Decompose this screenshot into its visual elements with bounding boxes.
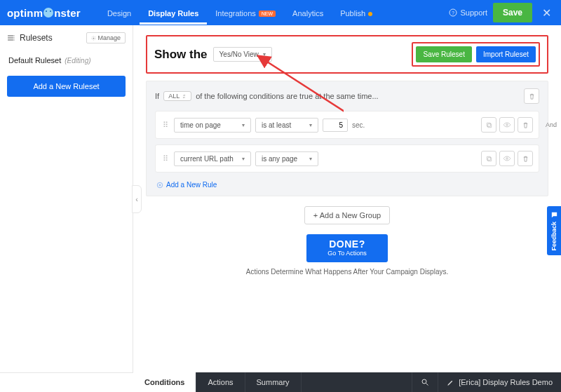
bottom-search-button[interactable] (412, 372, 438, 392)
new-badge: NEW (259, 11, 276, 17)
feedback-tab[interactable]: Feedback (547, 206, 561, 255)
rule1-preview-button[interactable] (499, 117, 515, 133)
rule1-value-input[interactable] (323, 119, 348, 132)
tab-integrations[interactable]: IntegrationsNEW (207, 2, 284, 24)
trash-icon (522, 121, 529, 129)
svg-line-13 (426, 384, 428, 386)
rule2-field-select[interactable]: current URL path▾ (174, 151, 251, 166)
save-ruleset-button[interactable]: Save Ruleset (416, 46, 471, 62)
add-rule-link[interactable]: Add a New Rule (155, 178, 217, 193)
manage-button[interactable]: Manage (86, 32, 126, 43)
publish-status-dot-icon (368, 12, 372, 16)
rule1-delete-button[interactable] (518, 117, 533, 133)
tab-display-rules[interactable]: Display Rules (140, 2, 207, 24)
sidebar-title: Rulesets (7, 33, 53, 43)
actions-help-text: Actions Determine What Happens After You… (146, 268, 548, 276)
rule-header: Show the Yes/No View▾ Save Ruleset Impor… (146, 35, 548, 74)
rule1-operator-select[interactable]: is at least▾ (255, 118, 318, 133)
rule1-copy-button[interactable] (481, 117, 496, 133)
editing-label: (Editing) (65, 57, 90, 65)
done-button[interactable]: DONE? Go To Actions (306, 234, 387, 262)
sidebar-collapse-handle[interactable]: ‹ (132, 185, 142, 213)
save-button[interactable]: Save (493, 3, 532, 22)
bottom-bar: Conditions Actions Summary [Erica] Displ… (0, 372, 561, 392)
plus-circle-icon (156, 182, 163, 189)
svg-point-12 (422, 379, 426, 384)
rule2-copy-button[interactable] (481, 151, 496, 166)
group-sentence: of the following conditions are true at … (196, 92, 378, 100)
svg-rect-6 (487, 157, 491, 161)
view-select[interactable]: Yes/No View▾ (213, 47, 272, 62)
and-label: And (546, 121, 557, 128)
rulesets-icon (7, 34, 15, 42)
rule-row-2: ⠿ current URL path▾ is any page▾ (155, 144, 539, 173)
rule2-operator-select[interactable]: is any page▾ (255, 151, 318, 166)
svg-rect-4 (487, 123, 490, 126)
pencil-icon (447, 379, 454, 386)
support-link[interactable]: ? Support (449, 8, 487, 17)
search-icon (421, 378, 429, 386)
top-nav: optinmnster Design Display Rules Integra… (0, 0, 561, 25)
close-button[interactable]: ✕ (538, 6, 555, 20)
if-label: If (155, 92, 159, 100)
condition-group: If ALL of the following conditions are t… (146, 81, 548, 196)
bottom-tab-conditions[interactable]: Conditions (133, 372, 196, 392)
trash-icon (522, 155, 529, 163)
eye-icon (503, 121, 511, 129)
sidebar: Rulesets Manage Default Ruleset (Editing… (0, 25, 133, 372)
show-the-heading: Show the (154, 48, 208, 62)
drag-handle-icon[interactable]: ⠿ (161, 154, 170, 163)
svg-point-5 (506, 124, 508, 126)
svg-point-8 (506, 158, 508, 160)
logo: optinmnster (6, 7, 81, 19)
copy-icon (485, 155, 493, 163)
gear-icon (91, 36, 96, 41)
bottom-campaign-name[interactable]: [Erica] Display Rules Demo (438, 372, 561, 392)
swap-icon (182, 94, 187, 99)
tab-analytics[interactable]: Analytics (284, 2, 332, 24)
nav-tabs: Design Display Rules IntegrationsNEW Ana… (99, 2, 381, 24)
rule-row-1: ⠿ time on page▾ is at least▾ sec. And (155, 111, 539, 139)
main-panel: Show the Yes/No View▾ Save Ruleset Impor… (133, 25, 561, 372)
delete-group-button[interactable] (524, 88, 539, 104)
ruleset-action-buttons: Save Ruleset Import Ruleset (412, 42, 540, 67)
bottom-tab-actions[interactable]: Actions (196, 372, 245, 392)
help-icon: ? (449, 8, 457, 17)
rule2-delete-button[interactable] (518, 151, 533, 166)
svg-rect-3 (487, 123, 491, 127)
svg-rect-7 (487, 156, 490, 160)
bottom-tab-summary[interactable]: Summary (245, 372, 302, 392)
sidebar-item-default[interactable]: Default Ruleset (Editing) (7, 53, 126, 76)
rule2-preview-button[interactable] (499, 151, 515, 166)
seconds-label: sec. (352, 121, 365, 129)
trash-icon (528, 93, 536, 100)
import-ruleset-button[interactable]: Import Ruleset (476, 46, 536, 62)
all-any-toggle[interactable]: ALL (163, 91, 191, 101)
chevron-down-icon: ▾ (263, 51, 266, 58)
add-ruleset-button[interactable]: Add a New Ruleset (7, 76, 126, 97)
rule1-field-select[interactable]: time on page▾ (174, 118, 251, 133)
eye-icon (503, 154, 511, 163)
tab-publish[interactable]: Publish (332, 2, 381, 24)
logo-face-icon (43, 8, 53, 18)
chat-icon (550, 211, 558, 219)
svg-text:?: ? (452, 11, 455, 15)
copy-icon (485, 121, 493, 129)
svg-point-2 (93, 38, 95, 39)
drag-handle-icon[interactable]: ⠿ (161, 121, 170, 130)
add-group-button[interactable]: + Add a New Group (304, 206, 390, 224)
tab-design[interactable]: Design (99, 2, 140, 24)
